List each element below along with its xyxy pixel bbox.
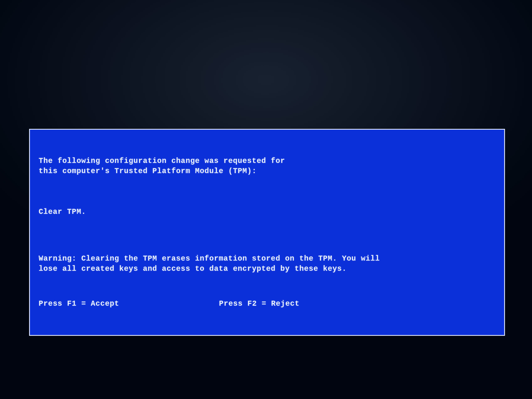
tpm-configuration-dialog: The following configuration change was r… <box>29 129 505 336</box>
dialog-action-text: Clear TPM. <box>39 207 495 217</box>
dialog-message-line2: this computer's Trusted Platform Module … <box>39 167 257 175</box>
tpm-dialog-wrapper: The following configuration change was r… <box>29 129 505 336</box>
dialog-warning-line1: Warning: Clearing the TPM erases informa… <box>39 254 380 263</box>
dialog-warning: Warning: Clearing the TPM erases informa… <box>39 254 495 274</box>
reject-option[interactable]: Press F2 = Reject <box>219 299 300 309</box>
dialog-message-line1: The following configuration change was r… <box>39 157 285 165</box>
accept-option[interactable]: Press F1 = Accept <box>39 299 119 309</box>
dialog-message: The following configuration change was r… <box>39 156 495 176</box>
dialog-options: Press F1 = Accept Press F2 = Reject <box>39 299 495 309</box>
dialog-warning-line2: lose all created keys and access to data… <box>39 265 347 273</box>
